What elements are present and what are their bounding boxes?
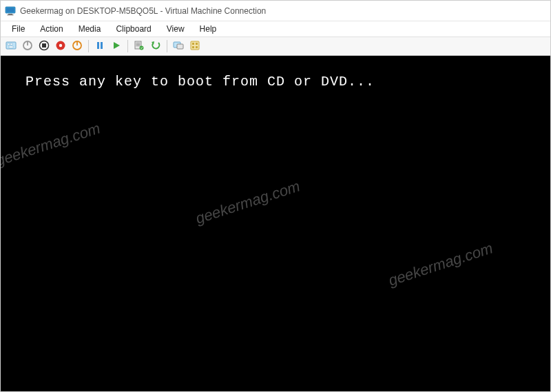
menu-action[interactable]: Action <box>33 23 70 35</box>
svg-rect-7 <box>9 46 13 48</box>
power-icon <box>72 40 83 53</box>
menu-view[interactable]: View <box>160 23 191 35</box>
svg-rect-5 <box>8 43 10 45</box>
svg-rect-29 <box>196 43 198 45</box>
toolbar-separator <box>127 40 128 52</box>
svg-rect-3 <box>8 14 14 15</box>
menu-file[interactable]: File <box>5 23 32 35</box>
menu-clipboard[interactable]: Clipboard <box>109 23 158 35</box>
toolbar <box>1 37 550 56</box>
titlebar: Geekermag on DESKTOP-M5BQO5L - Virtual M… <box>1 1 550 21</box>
svg-rect-26 <box>177 44 183 49</box>
menubar: File Action Media Clipboard View Help <box>1 21 550 37</box>
svg-point-13 <box>59 43 62 46</box>
save-button[interactable] <box>53 39 68 54</box>
toolbar-separator <box>88 40 89 52</box>
pause-button[interactable] <box>92 39 107 54</box>
svg-rect-17 <box>101 42 103 49</box>
revert-button[interactable] <box>148 39 163 54</box>
svg-rect-1 <box>6 8 14 12</box>
svg-rect-27 <box>191 41 199 50</box>
watermark: geekermag.com <box>386 239 495 289</box>
menu-help[interactable]: Help <box>193 23 224 35</box>
start-icon <box>111 40 122 53</box>
svg-rect-11 <box>42 43 46 48</box>
svg-rect-20 <box>136 43 141 43</box>
watermark: geekermag.com <box>1 119 103 169</box>
turnoff-button[interactable] <box>20 39 35 54</box>
svg-rect-2 <box>8 14 12 14</box>
shutdown-icon <box>39 40 50 53</box>
svg-rect-22 <box>136 45 141 46</box>
toolbar-separator <box>167 40 167 52</box>
svg-rect-30 <box>192 46 194 48</box>
revert-icon <box>150 40 161 53</box>
shutdown-button[interactable] <box>37 39 52 54</box>
window-title: Geekermag on DESKTOP-M5BQO5L - Virtual M… <box>20 6 266 16</box>
svg-rect-31 <box>196 46 198 48</box>
enhanced-session-button[interactable] <box>171 39 186 54</box>
menu-media[interactable]: Media <box>72 23 108 35</box>
save-icon <box>55 40 66 53</box>
checkpoint-icon <box>134 40 145 53</box>
ctrl-alt-del-button[interactable] <box>3 39 19 54</box>
share-button[interactable] <box>187 39 202 54</box>
pause-icon <box>94 40 105 53</box>
enhanced-session-icon <box>173 40 184 53</box>
checkpoint-button[interactable] <box>132 39 147 54</box>
share-icon <box>189 40 200 53</box>
ctrl-alt-del-icon <box>6 40 17 53</box>
watermark: geekermag.com <box>194 177 302 227</box>
boot-message: Press any key to boot from CD or DVD... <box>25 74 375 90</box>
start-button[interactable] <box>109 39 124 54</box>
turnoff-icon <box>22 40 33 53</box>
vm-display[interactable]: Press any key to boot from CD or DVD... … <box>1 56 550 391</box>
svg-rect-6 <box>10 43 12 45</box>
svg-rect-28 <box>192 43 194 45</box>
svg-rect-16 <box>97 42 99 49</box>
power-button[interactable] <box>70 39 85 54</box>
svg-marker-18 <box>114 42 120 49</box>
svg-rect-21 <box>136 44 141 45</box>
app-monitor-icon <box>5 6 16 17</box>
